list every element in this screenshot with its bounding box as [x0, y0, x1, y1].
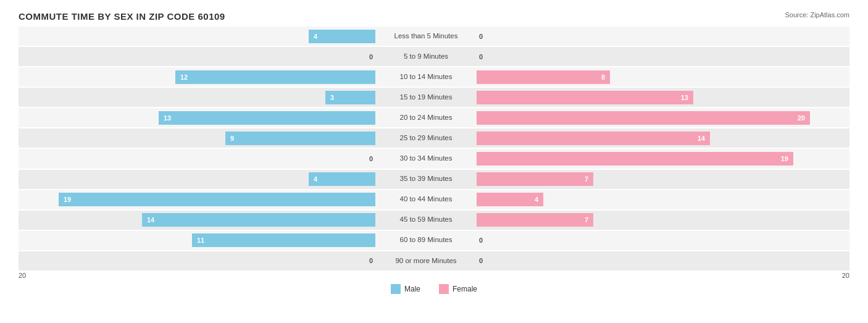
axis-labels: 20 20 [19, 272, 849, 279]
source-label: Source: ZipAtlas.com [785, 11, 849, 19]
male-bar: 4 [309, 30, 375, 43]
bar-label: 10 to 14 Minutes [377, 73, 475, 82]
male-bar: 4 [309, 172, 375, 186]
bar-label: 40 to 44 Minutes [377, 195, 475, 204]
male-bar: 14 [142, 213, 375, 227]
bar-label: 5 to 9 Minutes [377, 52, 475, 61]
male-bar: 3 [325, 91, 375, 104]
female-side: 13 [475, 88, 833, 107]
female-bar: 4 [477, 193, 543, 206]
female-side: 0 [475, 27, 833, 46]
male-legend-box [391, 284, 401, 294]
bar-row: 1445 to 59 Minutes7 [19, 211, 849, 230]
male-side: 14 [19, 211, 377, 230]
female-zero-value: 0 [479, 53, 483, 61]
female-value: 7 [582, 216, 591, 224]
chart-title: COMMUTE TIME BY SEX IN ZIP CODE 60109 [19, 11, 849, 22]
female-zero-value: 0 [479, 237, 483, 244]
female-bar: 7 [477, 213, 593, 227]
male-value: 9 [228, 135, 236, 142]
bar-row: 1940 to 44 Minutes4 [19, 190, 849, 209]
female-side: 19 [475, 149, 833, 168]
bar-label: Less than 5 Minutes [377, 32, 475, 41]
female-value: 13 [678, 94, 691, 101]
female-zero-value: 0 [479, 257, 483, 264]
female-value: 14 [695, 135, 707, 142]
male-value: 19 [61, 196, 73, 203]
female-bar: 19 [477, 152, 793, 166]
male-bar: 13 [159, 111, 375, 125]
male-side: 0 [19, 149, 377, 168]
male-bar: 12 [175, 70, 375, 84]
bar-row: 925 to 29 Minutes14 [19, 128, 849, 148]
bar-label: 90 or more Minutes [377, 257, 475, 266]
male-side: 0 [19, 251, 377, 271]
legend-male: Male [391, 284, 420, 294]
male-side: 9 [19, 128, 377, 148]
axis-right: 20 [842, 272, 849, 279]
bar-label: 20 to 24 Minutes [377, 114, 475, 122]
male-zero-value: 0 [369, 257, 373, 264]
axis-left: 20 [19, 272, 26, 279]
female-side: 7 [475, 170, 833, 189]
female-bar: 14 [477, 132, 710, 145]
male-side: 13 [19, 108, 377, 127]
female-bar: 8 [477, 70, 610, 84]
female-legend-label: Female [453, 285, 477, 293]
bar-row: 030 to 34 Minutes19 [19, 149, 849, 168]
bar-label: 45 to 59 Minutes [377, 216, 475, 224]
bar-label: 35 to 39 Minutes [377, 175, 475, 183]
male-value: 11 [194, 237, 207, 244]
female-side: 0 [475, 47, 833, 66]
male-bar: 11 [192, 233, 375, 247]
female-side: 0 [475, 231, 833, 250]
female-side: 8 [475, 67, 833, 86]
male-value: 12 [178, 73, 190, 81]
male-side: 19 [19, 190, 377, 209]
legend-female: Female [439, 284, 477, 294]
female-zero-value: 0 [479, 33, 483, 40]
bar-row: 435 to 39 Minutes7 [19, 170, 849, 189]
male-value: 14 [144, 216, 157, 224]
male-side: 11 [19, 231, 377, 250]
female-legend-box [439, 284, 449, 294]
female-bar: 7 [477, 172, 593, 186]
bar-row: 1320 to 24 Minutes20 [19, 108, 849, 127]
chart-container: COMMUTE TIME BY SEX IN ZIP CODE 60109 So… [0, 0, 868, 323]
female-side: 14 [475, 128, 833, 148]
female-bar: 13 [477, 91, 693, 104]
bar-label: 25 to 29 Minutes [377, 134, 475, 143]
bar-row: 1210 to 14 Minutes8 [19, 67, 849, 86]
male-zero-value: 0 [369, 53, 373, 61]
bar-row: 05 to 9 Minutes0 [19, 47, 849, 66]
male-value: 4 [311, 33, 320, 40]
bar-row: 090 or more Minutes0 [19, 251, 849, 271]
female-side: 20 [475, 108, 833, 127]
male-legend-label: Male [404, 285, 420, 293]
female-value: 8 [599, 73, 607, 81]
female-value: 4 [532, 196, 541, 203]
male-side: 4 [19, 170, 377, 189]
bar-label: 30 to 34 Minutes [377, 154, 475, 163]
male-value: 3 [328, 94, 336, 101]
male-zero-value: 0 [369, 155, 373, 162]
male-value: 13 [161, 114, 173, 122]
female-value: 7 [582, 175, 591, 183]
bars-area: 4Less than 5 Minutes005 to 9 Minutes0121… [19, 27, 849, 271]
male-side: 3 [19, 88, 377, 107]
male-side: 12 [19, 67, 377, 86]
female-side: 0 [475, 251, 833, 271]
female-value: 19 [778, 155, 791, 162]
bar-label: 15 to 19 Minutes [377, 93, 475, 102]
bar-row: 315 to 19 Minutes13 [19, 88, 849, 107]
bar-row: 4Less than 5 Minutes0 [19, 27, 849, 46]
male-side: 0 [19, 47, 377, 66]
female-value: 20 [795, 114, 807, 122]
female-side: 7 [475, 211, 833, 230]
male-side: 4 [19, 27, 377, 46]
bar-label: 60 to 89 Minutes [377, 236, 475, 245]
male-bar: 9 [225, 132, 375, 145]
legend: Male Female [19, 284, 849, 294]
male-value: 4 [311, 175, 320, 183]
female-side: 4 [475, 190, 833, 209]
